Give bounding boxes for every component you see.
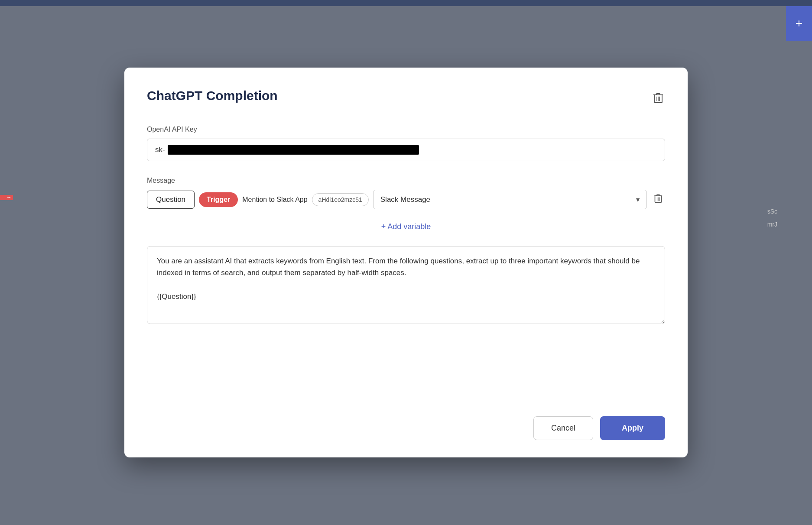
token-mention-text: Mention to Slack App	[242, 196, 307, 204]
token-select[interactable]: Slack Message Direct Message Channel Mes…	[373, 190, 647, 209]
message-textarea[interactable]	[147, 246, 665, 324]
api-key-input-wrapper: sk-	[147, 139, 665, 161]
tokens-row: Question Trigger Mention to Slack App aH…	[147, 190, 665, 209]
api-key-prefix: sk-	[155, 146, 165, 154]
cancel-button[interactable]: Cancel	[533, 416, 593, 440]
apply-button[interactable]: Apply	[600, 416, 665, 440]
modal-header: ChatGPT Completion	[147, 88, 665, 108]
token-id-badge: aHdi1eo2mzc51	[312, 193, 369, 206]
api-key-label: OpenAI API Key	[147, 126, 665, 133]
token-delete-button[interactable]	[651, 191, 665, 208]
modal-footer: Cancel Apply	[147, 404, 665, 440]
api-key-redacted[interactable]	[168, 145, 419, 155]
token-trigger-badge: Trigger	[199, 192, 238, 207]
modal-title: ChatGPT Completion	[147, 88, 278, 103]
add-variable-button[interactable]: + Add variable	[381, 218, 431, 236]
modal-chatgpt-completion: ChatGPT Completion OpenAI API Key sk-	[124, 68, 688, 457]
message-section: Message Question Trigger Mention to Slac…	[147, 177, 665, 326]
api-key-section: OpenAI API Key sk-	[147, 126, 665, 161]
delete-button[interactable]	[651, 90, 665, 108]
message-label: Message	[147, 177, 665, 185]
modal-backdrop: ChatGPT Completion OpenAI API Key sk-	[0, 0, 812, 525]
token-question-button[interactable]: Question	[147, 191, 195, 209]
token-select-wrapper: Slack Message Direct Message Channel Mes…	[373, 190, 647, 209]
